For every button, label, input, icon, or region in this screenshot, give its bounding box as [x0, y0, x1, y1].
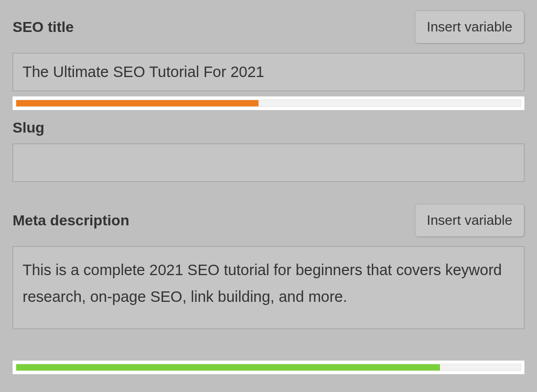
insert-variable-button-title[interactable]: Insert variable [415, 10, 524, 43]
meta-description-label: Meta description [13, 212, 129, 229]
seo-title-label: SEO title [13, 19, 74, 36]
seo-title-group: SEO title Insert variable [13, 10, 524, 91]
slug-group: Slug [13, 119, 524, 182]
slug-input[interactable] [13, 144, 524, 182]
seo-title-progress-container [13, 96, 524, 110]
slug-label: Slug [13, 119, 524, 136]
meta-description-label-row: Meta description Insert variable [13, 204, 524, 237]
meta-description-group: Meta description Insert variable [13, 204, 524, 331]
meta-description-progress-container [13, 361, 524, 374]
seo-title-input[interactable] [13, 53, 524, 91]
seo-title-progress-fill [16, 100, 259, 106]
insert-variable-button-meta[interactable]: Insert variable [415, 204, 524, 237]
meta-description-progress-fill [16, 364, 440, 371]
meta-description-progress-track [16, 364, 521, 371]
meta-description-input[interactable] [13, 246, 524, 329]
seo-title-progress-track [16, 100, 521, 107]
seo-title-label-row: SEO title Insert variable [13, 10, 524, 43]
